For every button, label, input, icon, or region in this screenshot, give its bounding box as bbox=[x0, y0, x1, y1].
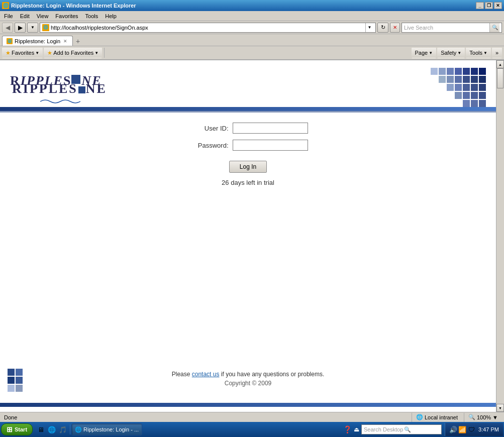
title-bar-title: Ripplestone: Login - Windows Internet Ex… bbox=[11, 3, 136, 9]
page-favicon: 🌐 bbox=[42, 24, 49, 31]
search-go-button[interactable]: 🔍 bbox=[489, 23, 499, 32]
restore-button[interactable]: ❐ bbox=[485, 2, 493, 9]
new-tab-button[interactable]: + bbox=[73, 37, 83, 46]
add-favorites-button[interactable]: ★ Add to Favorites ▼ bbox=[44, 47, 102, 58]
safety-label: Safety bbox=[441, 50, 456, 56]
menu-file[interactable]: File bbox=[1, 12, 16, 20]
help-icon[interactable]: ❓ bbox=[343, 425, 352, 433]
minimize-button[interactable]: _ bbox=[476, 2, 484, 9]
safety-arrow-icon: ▼ bbox=[457, 51, 461, 55]
zoom-text: 100% bbox=[477, 414, 491, 420]
search-desktop-container[interactable]: Search Desktop 🔍 bbox=[361, 424, 442, 434]
refresh-button[interactable]: ↻ bbox=[377, 23, 388, 33]
start-button[interactable]: ⊞ Start bbox=[1, 423, 33, 435]
more-button[interactable]: » bbox=[492, 47, 502, 58]
page-footer: Please contact us if you have any questi… bbox=[0, 371, 496, 387]
scroll-track[interactable] bbox=[496, 68, 504, 404]
menu-favorites[interactable]: Favorites bbox=[52, 12, 81, 20]
scroll-up-button[interactable]: ▲ bbox=[496, 60, 504, 68]
trial-text: 26 days left in trial bbox=[222, 179, 274, 186]
userid-input[interactable] bbox=[233, 123, 308, 134]
start-label: Start bbox=[15, 426, 27, 432]
favorites-star-icon: ★ bbox=[6, 50, 11, 56]
speaker-icon[interactable]: 🔊 bbox=[449, 425, 457, 433]
menu-help[interactable]: Help bbox=[102, 12, 120, 20]
menu-bar: File Edit View Favorites Tools Help bbox=[0, 11, 504, 21]
footer-contact: Please contact us if you have any questi… bbox=[0, 371, 496, 378]
windows-logo-icon: ⊞ bbox=[7, 425, 13, 433]
back-button[interactable]: ◀ bbox=[2, 23, 13, 33]
zoom-dropdown-icon[interactable]: ▼ bbox=[492, 414, 498, 420]
tab-close-button[interactable]: ✕ bbox=[62, 38, 68, 44]
stop-button[interactable]: ✕ bbox=[390, 23, 400, 33]
search-desktop-placeholder[interactable]: Search Desktop bbox=[364, 426, 403, 432]
address-text[interactable]: http://localhost/ripplestone/SignOn.aspx bbox=[51, 25, 365, 31]
safety-button[interactable]: Safety ▼ bbox=[437, 47, 465, 58]
page-arrow-icon: ▼ bbox=[429, 51, 433, 55]
title-bar-controls[interactable]: _ ❐ ✕ bbox=[476, 2, 502, 9]
header-mosaic bbox=[431, 68, 486, 107]
vertical-scrollbar[interactable]: ▲ ▼ bbox=[496, 60, 504, 412]
ie-quick-button[interactable]: 🌐 bbox=[47, 424, 57, 434]
title-bar: 🌐 Ripplestone: Login - Windows Internet … bbox=[0, 0, 504, 11]
password-row: Password: bbox=[188, 140, 308, 151]
status-text: Done bbox=[2, 414, 412, 420]
footer-mosaic bbox=[8, 369, 31, 392]
contact-us-link[interactable]: contact us bbox=[192, 371, 220, 378]
login-form: User ID: Password: Log In 26 days left i… bbox=[0, 123, 496, 186]
footer-divider bbox=[0, 403, 496, 407]
content-wrapper: RIPPLESNE RIPPLESNE bbox=[0, 60, 504, 412]
footer-contact-prefix: Please bbox=[172, 371, 192, 378]
status-right: 🌐 Local intranet 🔍 100% ▼ bbox=[412, 413, 502, 422]
quick-launch: 🖥 🌐 🎵 bbox=[34, 424, 70, 434]
media-quick-button[interactable]: 🎵 bbox=[58, 424, 68, 434]
security-icon[interactable]: 🛡 bbox=[467, 425, 475, 433]
search-desktop-area: ❓ ⏏ Search Desktop 🔍 bbox=[341, 424, 444, 434]
globe-icon: 🌐 bbox=[416, 414, 423, 420]
logo-wave-svg bbox=[40, 97, 80, 105]
show-desktop-button[interactable]: 🖥 bbox=[36, 424, 46, 434]
tab-label: Ripplestone: Login bbox=[15, 38, 60, 44]
login-button[interactable]: Log In bbox=[229, 161, 267, 173]
add-favorites-arrow-icon: ▼ bbox=[94, 51, 98, 55]
forward-button[interactable]: ▶ bbox=[15, 23, 26, 33]
address-bar: ◀ ▶ ▼ 🌐 http://localhost/ripplestone/Sig… bbox=[0, 21, 504, 34]
userid-row: User ID: bbox=[188, 123, 308, 134]
favorites-label: Favorites bbox=[12, 50, 34, 56]
address-input-container[interactable]: 🌐 http://localhost/ripplestone/SignOn.as… bbox=[40, 23, 376, 33]
search-desktop-button[interactable]: 🔍 bbox=[403, 425, 412, 434]
password-input[interactable] bbox=[233, 140, 308, 151]
menu-edit[interactable]: Edit bbox=[17, 12, 33, 20]
tab-0[interactable]: 🌐 Ripplestone: Login ✕ bbox=[2, 36, 73, 46]
address-dropdown-btn[interactable]: ▼ bbox=[365, 23, 373, 32]
nav-dropdown[interactable]: ▼ bbox=[27, 23, 38, 33]
page-container: RIPPLESNE RIPPLESNE bbox=[0, 60, 496, 407]
taskbar-ie-button[interactable]: 🌐 Ripplestone: Login - ... bbox=[71, 423, 142, 435]
menu-tools[interactable]: Tools bbox=[82, 12, 102, 20]
more-label: » bbox=[495, 50, 498, 56]
tools-label: Tools bbox=[469, 50, 482, 56]
tab-favicon: 🌐 bbox=[7, 38, 13, 44]
close-button[interactable]: ✕ bbox=[494, 2, 502, 9]
zoom-panel[interactable]: 🔍 100% ▼ bbox=[464, 413, 502, 422]
network-icon[interactable]: ⏏ bbox=[354, 426, 359, 433]
live-search-text[interactable]: Live Search bbox=[404, 25, 489, 31]
browser-toolbar: ★ Favorites ▼ ★ Add to Favorites ▼ Page … bbox=[0, 46, 504, 60]
tools-arrow-icon: ▼ bbox=[483, 51, 487, 55]
taskbar: ⊞ Start 🖥 🌐 🎵 🌐 Ripplestone: Login - ...… bbox=[0, 422, 504, 437]
scroll-down-button[interactable]: ▼ bbox=[496, 404, 504, 412]
header-divider-2 bbox=[0, 111, 496, 113]
menu-view[interactable]: View bbox=[34, 12, 52, 20]
status-bar: Done 🌐 Local intranet 🔍 100% ▼ bbox=[0, 412, 504, 422]
tabs-bar: 🌐 Ripplestone: Login ✕ + bbox=[0, 34, 504, 46]
header-divider bbox=[0, 107, 496, 111]
zoom-icon: 🔍 bbox=[468, 414, 475, 420]
page-label: Page bbox=[415, 50, 428, 56]
network-tray-icon[interactable]: 📶 bbox=[458, 425, 466, 433]
page-button[interactable]: Page ▼ bbox=[412, 47, 437, 58]
scroll-thumb[interactable] bbox=[497, 68, 503, 88]
zone-text: Local intranet bbox=[425, 414, 458, 420]
live-search-container[interactable]: Live Search 🔍 bbox=[401, 23, 502, 33]
tools-button[interactable]: Tools ▼ bbox=[466, 47, 491, 58]
favorites-button[interactable]: ★ Favorites ▼ bbox=[2, 47, 43, 58]
